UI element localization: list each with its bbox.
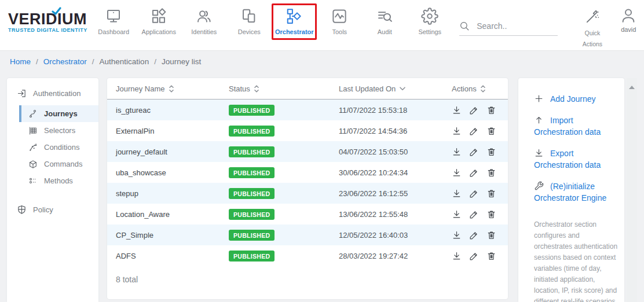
sort-icon bbox=[481, 85, 485, 93]
delete-icon[interactable] bbox=[486, 209, 496, 219]
export-orchestration-button[interactable]: Export Orchestration data bbox=[534, 148, 617, 171]
status-badge: PUBLISHED bbox=[229, 209, 275, 220]
edit-icon[interactable] bbox=[469, 105, 479, 115]
table-row: uba_showcase PUBLISHED 30/06/2022 10:24:… bbox=[107, 162, 508, 183]
journey-name: Location_Aware bbox=[116, 210, 229, 219]
download-icon[interactable] bbox=[452, 189, 462, 198]
download-icon[interactable] bbox=[452, 230, 462, 240]
add-journey-button[interactable]: Add Journey bbox=[534, 93, 617, 105]
table-row: journey_default PUBLISHED 04/07/2022 15:… bbox=[107, 141, 508, 162]
sidebar-section-authentication[interactable]: Authentication bbox=[7, 80, 98, 105]
edit-icon[interactable] bbox=[469, 189, 479, 198]
last-updated: 12/05/2022 16:40:03 bbox=[339, 231, 452, 240]
search-bar bbox=[459, 21, 558, 36]
nav-label: Applications bbox=[142, 28, 176, 35]
nav-item-orchestrator[interactable]: Orchestrator bbox=[272, 3, 317, 40]
download-icon[interactable] bbox=[452, 209, 462, 219]
edit-icon[interactable] bbox=[469, 168, 479, 178]
nav-item-dashboard[interactable]: Dashboard bbox=[91, 3, 136, 40]
sidebar: Authentication Journeys Selectors Condit… bbox=[7, 78, 98, 302]
nav-item-tools[interactable]: Tools bbox=[317, 3, 362, 40]
user-menu[interactable]: david bbox=[613, 0, 644, 33]
sidebar-item-policy[interactable]: Policy bbox=[7, 197, 98, 222]
column-header-actions[interactable]: Actions bbox=[452, 84, 499, 93]
delete-icon[interactable] bbox=[486, 147, 496, 157]
last-updated: 23/06/2022 16:12:55 bbox=[339, 189, 452, 198]
journey-name: stepup bbox=[116, 189, 229, 198]
table-header-row: Journey Name Status Last Updated On Acti… bbox=[107, 78, 508, 100]
sidebar-item-journeys[interactable]: Journeys bbox=[19, 105, 98, 122]
delete-icon[interactable] bbox=[486, 105, 496, 115]
sidebar-item-label: Policy bbox=[33, 205, 53, 214]
delete-icon[interactable] bbox=[486, 251, 496, 261]
top-header: VERIDIUM TRUSTED DIGITAL IDENTITY Dashbo… bbox=[0, 0, 644, 51]
sidebar-item-conditions[interactable]: Conditions bbox=[7, 139, 98, 156]
nav-item-applications[interactable]: Applications bbox=[136, 3, 181, 40]
download-icon[interactable] bbox=[452, 251, 462, 261]
last-updated: 13/06/2022 12:55:48 bbox=[339, 210, 452, 219]
last-updated: 11/07/2022 14:54:36 bbox=[339, 127, 452, 135]
branch-icon bbox=[28, 143, 38, 152]
edit-icon[interactable] bbox=[469, 209, 479, 219]
edit-icon[interactable] bbox=[469, 251, 479, 261]
brand-tagline: TRUSTED DIGITAL IDENTITY bbox=[8, 27, 88, 33]
quick-actions-button[interactable]: Quick Actions bbox=[576, 0, 608, 50]
nav-item-devices[interactable]: Devices bbox=[226, 3, 272, 40]
sort-icon bbox=[254, 85, 259, 93]
tools-icon bbox=[331, 8, 348, 25]
search-input[interactable] bbox=[477, 21, 558, 31]
breadcrumb-separator: / bbox=[92, 57, 94, 66]
import-orchestration-button[interactable]: Import Orchestration data bbox=[534, 115, 617, 138]
table-row: Location_Aware PUBLISHED 13/06/2022 12:5… bbox=[107, 204, 508, 224]
grid-icon bbox=[28, 126, 38, 135]
table-body: is_gtureac PUBLISHED 11/07/2022 15:53:18… bbox=[107, 100, 508, 266]
chevron-down-icon bbox=[400, 87, 405, 91]
delete-icon[interactable] bbox=[486, 168, 496, 178]
identities-icon bbox=[195, 8, 213, 25]
table-row: ExternalPin PUBLISHED 11/07/2022 14:54:3… bbox=[107, 120, 508, 141]
status-badge: PUBLISHED bbox=[229, 167, 275, 178]
sidebar-item-commands[interactable]: Commands bbox=[7, 156, 98, 172]
status-badge: PUBLISHED bbox=[229, 230, 275, 241]
nav-label: Dashboard bbox=[98, 28, 129, 35]
download-icon[interactable] bbox=[452, 168, 462, 178]
breadcrumb-orchestrator[interactable]: Orchestrator bbox=[43, 57, 87, 66]
download-icon[interactable] bbox=[452, 126, 462, 136]
wrench-icon bbox=[534, 181, 544, 191]
download-icon[interactable] bbox=[452, 147, 462, 157]
delete-icon[interactable] bbox=[486, 230, 496, 240]
main-nav: Dashboard Applications Identities Device… bbox=[91, 0, 452, 40]
status-badge: PUBLISHED bbox=[229, 126, 275, 137]
cube-icon bbox=[28, 160, 38, 169]
last-updated: 04/07/2022 15:03:50 bbox=[339, 148, 452, 156]
reinitialize-engine-button[interactable]: (Re)initialize Orchestrator Engine bbox=[534, 181, 617, 204]
breadcrumb-home[interactable]: Home bbox=[10, 57, 31, 66]
nav-item-settings[interactable]: Settings bbox=[407, 3, 452, 40]
brand-name: VERIDIUM bbox=[8, 12, 88, 27]
nav-label: Orchestrator bbox=[275, 28, 314, 35]
column-header-last-updated[interactable]: Last Updated On bbox=[339, 84, 452, 93]
edit-icon[interactable] bbox=[469, 147, 479, 157]
sidebar-item-label: Commands bbox=[44, 160, 82, 168]
sidebar-item-selectors[interactable]: Selectors bbox=[7, 122, 98, 139]
journey-name: CP_Simple bbox=[116, 231, 229, 240]
veridium-logo: VERIDIUM TRUSTED DIGITAL IDENTITY bbox=[8, 12, 88, 33]
edit-icon[interactable] bbox=[469, 126, 479, 136]
sidebar-item-methods[interactable]: Methods bbox=[7, 172, 98, 189]
edit-icon[interactable] bbox=[469, 230, 479, 240]
dashboard-icon bbox=[105, 8, 122, 25]
actions-panel: Add Journey Import Orchestration data Ex… bbox=[518, 78, 624, 302]
scroll-up-arrow-icon[interactable] bbox=[629, 86, 635, 89]
nav-item-identities[interactable]: Identities bbox=[181, 3, 226, 40]
delete-icon[interactable] bbox=[486, 126, 496, 136]
nav-item-audit[interactable]: Audit bbox=[362, 3, 407, 40]
download-icon[interactable] bbox=[452, 105, 462, 115]
column-header-journey-name[interactable]: Journey Name bbox=[116, 84, 229, 93]
journey-name: ADFS bbox=[116, 252, 229, 260]
quick-actions-label: Quick Actions bbox=[577, 28, 608, 50]
delete-icon[interactable] bbox=[486, 189, 496, 198]
vertical-scrollbar[interactable] bbox=[627, 78, 637, 302]
column-header-status[interactable]: Status bbox=[229, 84, 339, 93]
orchestrator-description: Orchestrator section configures and orch… bbox=[534, 219, 619, 302]
user-avatar-icon bbox=[620, 7, 637, 24]
